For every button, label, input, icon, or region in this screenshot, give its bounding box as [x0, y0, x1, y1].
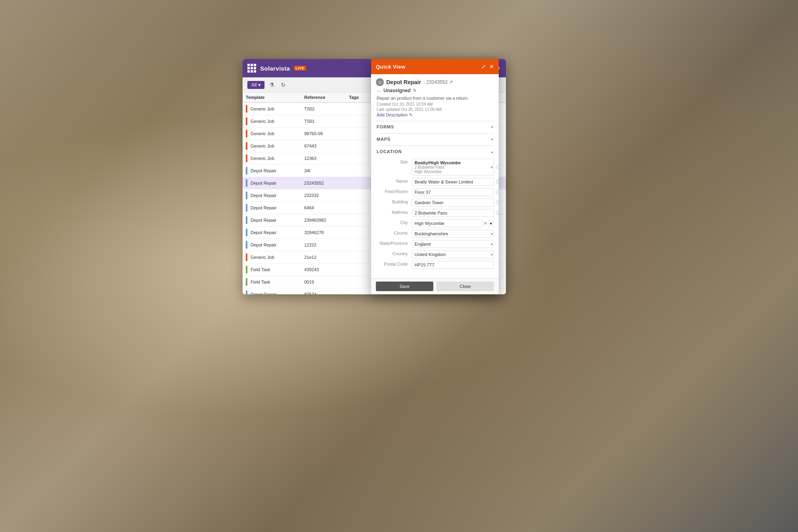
template-name: Generic Job [251, 131, 274, 136]
status-dash: — [377, 88, 381, 93]
name-info-icon[interactable]: ⓘ [496, 179, 499, 185]
template-cell: Depot Repair [243, 202, 301, 214]
location-fields: Site Beatty/High Wycombe 2 Bobwhite Pass… [376, 157, 494, 273]
postal-input[interactable] [412, 261, 494, 269]
template-color-bar [246, 229, 247, 236]
expand-button[interactable]: ⤢ [481, 64, 486, 69]
tags-cell [346, 189, 371, 202]
template-color-bar [246, 253, 247, 261]
floor-label: Floor/Room [376, 188, 408, 194]
location-section: LOCATION ▴ Site Beatty/High Wycombe 2 Bo… [376, 146, 494, 273]
country-dropdown-icon: ▾ [491, 252, 493, 257]
record-id: - 23243552 ↗ [423, 79, 453, 85]
add-description-link[interactable]: Add Description ✎ [376, 112, 494, 118]
template-name: Depot Repair [251, 193, 277, 198]
name-value-wrap: ⓘ [412, 178, 494, 186]
col-tags[interactable]: Tags [346, 93, 371, 102]
location-section-header[interactable]: LOCATION ▴ [376, 146, 494, 157]
address-input[interactable] [412, 209, 494, 217]
live-badge: LIVE [294, 66, 306, 71]
grid-menu-icon[interactable] [247, 64, 256, 73]
floor-info-icon[interactable]: ⓘ [496, 189, 499, 196]
template-color-bar [246, 204, 247, 212]
quick-view-body: ⊙ Depot Repair - 23243552 ↗ — Unassigned… [371, 74, 499, 294]
name-row: Name ⓘ [376, 178, 494, 186]
template-name: Depot Repair [251, 292, 277, 294]
template-color-bar [246, 130, 247, 138]
reference-cell: 0019 [301, 276, 346, 288]
all-filter-button[interactable]: All ▾ [247, 81, 265, 89]
floor-value-wrap: ⓘ [412, 188, 494, 196]
country-row: Country United Kingdom ▾ [376, 250, 494, 258]
maps-chevron-icon: ▾ [491, 137, 493, 142]
site-info-icon[interactable]: ⓘ [496, 164, 499, 171]
address-label: Address [376, 209, 408, 215]
tags-cell [346, 115, 371, 128]
record-name: Depot Repair [386, 79, 421, 85]
quick-view-panel: Quick View ⤢ ✕ ⊙ Depot Repair - 23243552… [371, 59, 499, 294]
record-status: Unassigned [383, 88, 411, 93]
site-sub1-text: 2 Bobwhite Pass [415, 165, 491, 169]
state-value-wrap: England ▾ [412, 240, 494, 248]
site-dropdown-icon: ▾ [491, 165, 493, 169]
col-reference[interactable]: Reference [301, 93, 346, 102]
floor-row: Floor/Room ⓘ [376, 188, 494, 196]
postal-row: Postal Code [376, 261, 494, 269]
city-clear-button[interactable]: ✕ [484, 221, 487, 226]
postal-label: Postal Code [376, 261, 408, 266]
quick-view-actions: ⤢ ✕ [481, 64, 494, 69]
building-input[interactable] [412, 199, 494, 207]
site-sub2-text: High Wycombe [415, 169, 491, 174]
template-cell: Generic Job [243, 140, 301, 152]
reference-cell: TS01 [301, 115, 346, 128]
tags-cell [346, 128, 371, 140]
county-select[interactable]: Buckinghamshire ▾ [412, 230, 494, 238]
created-meta: Created Oct 20, 2021 10:59 AM [376, 102, 494, 106]
floor-input[interactable] [412, 188, 494, 196]
address-row: Address ⓘ [376, 209, 494, 217]
city-value-wrap: ✕ ▾ [412, 219, 494, 227]
country-select[interactable]: United Kingdom ▾ [412, 250, 494, 258]
updated-meta: Last updated Oct 20, 2021 11:00 AM [376, 107, 494, 112]
template-name: Generic Job [251, 119, 274, 124]
address-info-icon[interactable]: ⓘ [496, 210, 499, 217]
site-label: Site [376, 159, 408, 164]
template-color-bar [246, 290, 247, 294]
reference-cell: 12363 [301, 152, 346, 165]
external-link-icon[interactable]: ↗ [449, 79, 453, 85]
reference-cell: 439243 [301, 264, 346, 276]
template-name: Depot Repair [251, 218, 277, 223]
close-panel-button[interactable]: ✕ [489, 64, 494, 69]
record-title-row: ⊙ Depot Repair - 23243552 ↗ [376, 78, 494, 86]
status-edit-icon[interactable]: ✎ [413, 88, 417, 93]
quick-view-header: Quick View ⤢ ✕ [371, 59, 499, 74]
refresh-icon[interactable]: ↻ [279, 81, 287, 89]
filter-icon[interactable]: ⚗ [268, 81, 276, 89]
city-dropdown-button[interactable]: ▾ [488, 220, 494, 227]
record-icon: ⊙ [376, 78, 384, 86]
reference-cell: 67443 [301, 140, 346, 152]
city-label: City [376, 219, 408, 225]
col-template[interactable]: Template [243, 93, 301, 102]
reference-cell: 12222 [301, 239, 346, 251]
building-label: Building [376, 199, 408, 204]
name-label: Name [376, 178, 408, 183]
state-select[interactable]: England ▾ [412, 240, 494, 248]
building-info-icon[interactable]: ⓘ [496, 199, 499, 206]
location-chevron-up-icon: ▴ [491, 150, 493, 154]
maps-section-header[interactable]: MAPS ▾ [376, 134, 494, 145]
name-input[interactable] [412, 178, 494, 186]
forms-section-header[interactable]: FORMS ▾ [376, 121, 494, 132]
reference-cell: 98765-09 [301, 128, 346, 140]
tags-cell [346, 102, 371, 115]
template-name: Generic Job [251, 144, 274, 148]
template-color-bar [246, 142, 247, 150]
close-button[interactable]: Close [437, 282, 494, 291]
template-name: Field Task [251, 280, 270, 284]
state-label: State/Province [376, 240, 408, 246]
city-input[interactable] [412, 219, 483, 227]
template-color-bar [246, 105, 247, 113]
site-select[interactable]: Beatty/High Wycombe 2 Bobwhite Pass High… [412, 159, 494, 175]
template-cell: Depot Repair [243, 288, 301, 295]
save-button[interactable]: Save [376, 282, 433, 291]
